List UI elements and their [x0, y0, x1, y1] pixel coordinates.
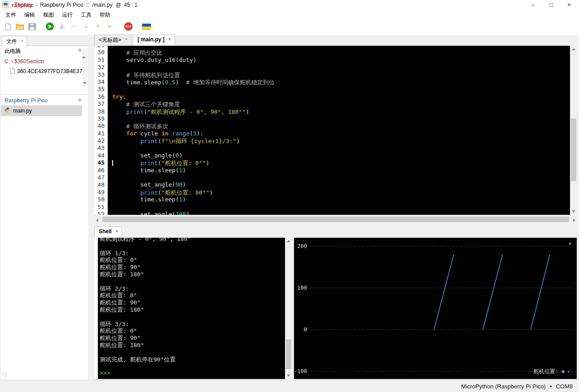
device-file-row-mainpy[interactable]: main.py	[1, 105, 82, 116]
close-button[interactable]: ×	[560, 0, 578, 10]
shell-line	[100, 362, 284, 370]
code-line[interactable]: # 等待舵机到达位置	[108, 71, 570, 78]
code-line[interactable]	[108, 86, 570, 93]
line-number: 31	[94, 57, 108, 64]
shell-vscrollbar[interactable]	[285, 238, 292, 379]
line-number: 44	[94, 152, 108, 159]
step-over-button[interactable]	[69, 22, 79, 33]
code-lines[interactable]: # 应用占空比 servo.duty_u16(duty) # 等待舵机到达位置 …	[108, 46, 570, 215]
editor-vscroll-thumb[interactable]	[571, 118, 576, 181]
files-tab-label: 文件	[6, 38, 17, 47]
menu-item-编辑[interactable]: 编辑	[20, 10, 39, 20]
legend-label: 舵机位置:	[534, 368, 558, 375]
resume-button[interactable]	[105, 22, 116, 33]
tab-untitled-close-icon[interactable]: ×	[125, 36, 127, 46]
step-over-icon	[70, 23, 78, 31]
scroll-up-icon[interactable]	[572, 48, 575, 50]
local-menu-icon[interactable]: ≡	[78, 48, 81, 52]
code-line[interactable]: print(f"\n循环 {cycle+1}/3:")	[108, 137, 570, 144]
run-button[interactable]	[44, 22, 55, 33]
menu-item-运行[interactable]: 运行	[58, 10, 77, 20]
watermark-text: raspi.cc	[12, 2, 34, 9]
menu-item-工具[interactable]: 工具	[77, 10, 96, 20]
scroll-right-icon[interactable]	[573, 218, 575, 222]
this-computer-label[interactable]: 此电脑	[1, 46, 88, 57]
legend-marker-dot	[568, 371, 569, 372]
code-line[interactable]: # 测试三个关键角度	[108, 100, 570, 108]
device-header[interactable]: Raspberry Pi Pico	[1, 95, 88, 105]
local-path[interactable]: C: \ $360Section	[1, 57, 88, 66]
debug-button[interactable]	[57, 22, 67, 33]
editor-hscroll-thumb[interactable]	[102, 217, 569, 222]
code-line[interactable]: print("舵机位置: 0°")	[108, 159, 570, 166]
step-out-button[interactable]	[93, 22, 104, 33]
scroll-down-icon[interactable]	[287, 375, 290, 377]
code-line[interactable]: set_angle(90)	[108, 181, 570, 188]
shell-output[interactable]: 舵机测试程序 - 0°, 90°, 180° 循环 1/3:舵机位置: 0°舵机…	[100, 238, 284, 379]
new-file-button[interactable]	[2, 22, 13, 33]
code-line[interactable]	[108, 144, 570, 152]
menu-item-文件[interactable]: 文件	[1, 10, 20, 20]
shell-panel[interactable]: 舵机测试程序 - 0°, 90°, 180° 循环 1/3:舵机位置: 0°舵机…	[94, 238, 292, 379]
open-folder-button[interactable]	[14, 22, 25, 33]
shell-line: 循环 3/3:	[100, 320, 284, 327]
python-icon	[4, 107, 10, 114]
tab-main-py[interactable]: [ main.py ] ×	[133, 35, 175, 46]
shell-tab[interactable]: Shell ×	[94, 226, 122, 238]
menu-item-视图[interactable]: 视图	[39, 10, 58, 20]
tab-main-py-close-icon[interactable]: ×	[168, 36, 171, 46]
svg-text:200: 200	[297, 243, 307, 249]
code-line[interactable]	[108, 204, 570, 211]
line-number: 49	[94, 189, 108, 196]
stop-button[interactable]: STOP	[123, 22, 134, 33]
tab-untitled[interactable]: <无标题> ×	[94, 35, 132, 46]
scroll-up-icon[interactable]	[287, 240, 290, 242]
scroll-down-icon[interactable]	[83, 82, 87, 84]
plotter-close-icon[interactable]: ×	[568, 241, 572, 247]
titlebar[interactable]: Thonny - Raspberry Pi Pico :: /main.py @…	[0, 0, 579, 10]
files-tab-close-icon[interactable]: ×	[21, 38, 23, 47]
code-line[interactable]	[108, 64, 570, 71]
step-into-button[interactable]	[81, 22, 92, 33]
code-line[interactable]: print("舵机测试程序 - 0°, 90°, 180°")	[108, 108, 570, 115]
code-line[interactable]: servo.duty_u16(duty)	[108, 57, 570, 64]
menu-item-帮助[interactable]: 帮助	[96, 10, 114, 20]
files-tab[interactable]: 文件 ×	[2, 36, 27, 47]
shell-line	[100, 242, 284, 249]
device-menu-icon[interactable]: ≡	[78, 98, 81, 102]
minimize-button[interactable]: –	[524, 0, 542, 10]
line-number: 38	[94, 108, 108, 115]
code-line[interactable]: print("舵机位置: 90°")	[108, 189, 570, 196]
shell-vscroll-thumb[interactable]	[286, 340, 291, 369]
code-line[interactable]: time.sleep(1)	[108, 167, 570, 174]
shell-prompt[interactable]: >>>	[100, 370, 284, 377]
code-line[interactable]: # 应用占空比	[108, 49, 570, 56]
code-line[interactable]	[108, 174, 570, 181]
code-line[interactable]: set_angle(0)	[108, 152, 570, 159]
interpreter-label[interactable]: MicroPython (Raspberry Pi Pico)	[461, 383, 546, 390]
sidebar-scroll-up[interactable]	[2, 372, 7, 377]
new-file-icon	[4, 23, 12, 32]
plotter-panel: 2001000-100 × 舵机位置:	[294, 238, 577, 379]
scroll-left-icon[interactable]	[96, 218, 98, 222]
local-file-name: 360.4CE43977FD73B4E37	[17, 68, 82, 74]
code-line[interactable]: for cycle in range(3):	[108, 130, 570, 137]
code-line[interactable]: time.sleep(0.5) # 增加等待时间确保舵机稳定到位	[108, 78, 570, 86]
shell-tab-close-icon[interactable]: ×	[115, 228, 118, 238]
save-button[interactable]	[26, 22, 37, 33]
code-line[interactable]: set_angle(180)	[108, 211, 570, 215]
port-label[interactable]: COM8	[556, 383, 573, 390]
editor-hscrollbar[interactable]	[94, 216, 577, 223]
editor-vscrollbar[interactable]	[570, 46, 577, 215]
ukraine-flag-button[interactable]	[141, 22, 152, 33]
code-line[interactable]	[108, 115, 570, 122]
scroll-down-icon[interactable]	[572, 210, 575, 213]
maximize-button[interactable]: □	[542, 0, 560, 10]
local-file-row[interactable]: 360.4CE43977FD73B4E37	[1, 66, 88, 76]
code-line[interactable]: time.sleep(1)	[108, 196, 570, 203]
code-line[interactable]: try:	[108, 93, 570, 100]
code-editor[interactable]: 2930313233343536373839404142434445464748…	[94, 46, 570, 215]
code-line[interactable]	[108, 46, 570, 49]
code-line[interactable]: # 循环测试多次	[108, 122, 570, 130]
line-number: 43	[94, 144, 108, 152]
